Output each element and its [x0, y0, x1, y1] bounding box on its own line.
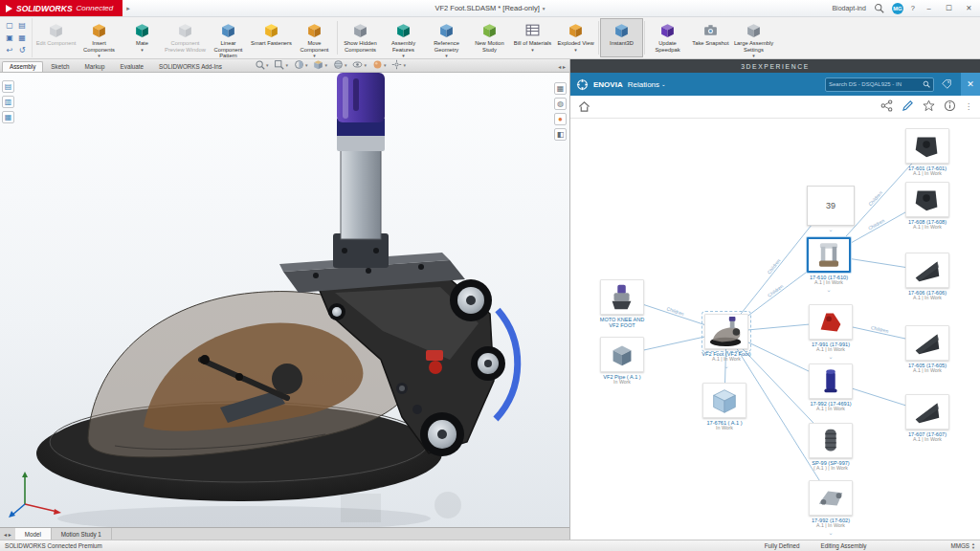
panel-collapse-arrows[interactable]: ◂ ▸ [554, 63, 569, 72]
tab-assembly[interactable]: Assembly [2, 61, 43, 72]
rebuild-icon[interactable]: ↺ [16, 45, 28, 56]
node-thumbnail[interactable] [809, 304, 853, 340]
ribbon-button-large-assembly-settings[interactable]: Large Assembly Settings▾ [732, 18, 775, 57]
dropdown-arrow-icon[interactable]: ▾ [445, 54, 448, 58]
zoom-fit-icon[interactable]: ▾ [255, 59, 269, 70]
expand-chevron-icon[interactable]: ⌄ [803, 530, 858, 537]
dropdown-arrow-icon[interactable]: ▾ [752, 54, 755, 58]
graph-node-n17-6761[interactable]: 17-6761 ( A.1 )In Work [697, 383, 752, 431]
new-file-icon[interactable]: ▢ [4, 20, 15, 32]
ribbon-button-move-component[interactable]: Move Component▾ [293, 18, 336, 57]
node-thumbnail[interactable] [807, 237, 851, 273]
ribbon-button-show-hidden-components[interactable]: Show Hidden Components [339, 18, 382, 57]
graph-node-r17-606[interactable]: 17-606 (17-606)A.1 | In Work [900, 253, 955, 301]
collapsed-count[interactable]: 39 [807, 186, 855, 226]
graphics-viewport[interactable]: ▦◍●◧ ▤▥▦ [0, 73, 569, 527]
help-button[interactable]: ? [911, 4, 915, 12]
ribbon-button-instant3d[interactable]: Instant3D [600, 18, 643, 57]
minimize-button[interactable]: – [923, 4, 935, 12]
home-icon[interactable] [578, 100, 590, 113]
tab-solidworks-add-ins[interactable]: SOLIDWORKS Add-Ins [151, 61, 230, 72]
node-thumbnail[interactable] [809, 423, 853, 458]
ribbon-button-new-motion-study[interactable]: New Motion Study [468, 18, 511, 57]
node-title[interactable]: MOTO KNEE AND VF2 FOOT [594, 317, 650, 329]
info-icon[interactable] [944, 99, 956, 116]
ribbon-button-linear-component-pattern[interactable]: Linear Component Pattern▾ [207, 18, 250, 57]
node-thumbnail[interactable] [905, 325, 949, 361]
ribbon-button-take-snapshot[interactable]: Take Snapshot [689, 18, 732, 57]
graph-node-vf2-pipe[interactable]: VF2 Pipe ( A.1 )In Work [594, 337, 650, 386]
node-thumbnail[interactable] [809, 364, 853, 399]
compass-icon[interactable] [576, 78, 589, 91]
dropdown-arrow-icon[interactable]: ▾ [402, 54, 405, 58]
display-pane-icon[interactable]: ▦ [554, 82, 567, 95]
account-name[interactable]: Biodapt-ind [832, 5, 865, 11]
graph-node-r17-605[interactable]: 17-605 (17-605)A.1 | In Work [900, 325, 955, 374]
expand-chevron-icon[interactable]: ⌄ [801, 287, 857, 294]
close-button[interactable]: ✕ [963, 4, 975, 12]
node-thumbnail[interactable] [905, 394, 949, 430]
graph-node-r17-607[interactable]: 17-607 (17-607)A.1 | In Work [900, 394, 955, 443]
node-thumbnail[interactable] [600, 279, 644, 315]
model-tab-motion-study-1[interactable]: Motion Study 1 [52, 528, 112, 540]
tab-evaluate[interactable]: Evaluate [113, 61, 152, 72]
model-tab-nav-arrows[interactable]: ◂ ▸ [0, 528, 15, 540]
graph-node-sp-99[interactable]: SP-99 (SP-997)( A.1 ) | In Work [803, 423, 858, 472]
graph-node-moto-knee[interactable]: MOTO KNEE AND VF2 FOOT [594, 279, 650, 329]
tab-markup[interactable]: Markup [78, 61, 113, 72]
share-icon[interactable] [880, 99, 893, 116]
panel-search[interactable] [825, 77, 934, 92]
node-thumbnail[interactable] [905, 253, 949, 288]
section-view-icon[interactable]: ▾ [294, 59, 308, 70]
undo-icon[interactable]: ↩ [4, 45, 15, 56]
ribbon-button-insert-components[interactable]: Insert Components▾ [78, 18, 121, 57]
node-thumbnail[interactable] [600, 337, 644, 372]
tag-button[interactable] [939, 79, 954, 89]
ribbon-button-assembly-features[interactable]: Assembly Features▾ [382, 18, 425, 57]
open-file-icon[interactable]: ▤ [16, 20, 28, 32]
graph-node-r17-608[interactable]: 17-608 (17-608)A.1 | In Work [900, 182, 955, 231]
panel-search-input[interactable] [829, 81, 921, 87]
scene-pane-icon[interactable]: ◧ [554, 128, 567, 141]
ribbon-button-bill-of-materials[interactable]: Bill of Materials▾ [511, 18, 554, 57]
node-thumbnail[interactable] [809, 480, 853, 516]
expand-chevron-icon[interactable]: ⌄ [803, 354, 858, 361]
expand-chevron-icon[interactable]: ⌄ [803, 227, 858, 233]
zoom-area-icon[interactable]: ▾ [274, 59, 288, 70]
star-icon[interactable] [923, 99, 935, 116]
dropdown-arrow-icon[interactable]: ▾ [98, 54, 100, 58]
save-icon[interactable]: ▣ [4, 33, 15, 44]
graph-node-r17-601[interactable]: 17-601 (17-601)A.1 | In Work [900, 128, 955, 177]
graph-node-n17-991[interactable]: 17-991 (17-991)A.1 | In Work⌄ [803, 304, 858, 361]
search-icon[interactable] [874, 3, 884, 13]
ribbon-button-mate[interactable]: Mate▾ [121, 18, 164, 57]
ribbon-button-reference-geometry[interactable]: Reference Geometry▾ [425, 18, 468, 57]
units-spinner[interactable]: ▲▼ [971, 542, 975, 550]
view-orientation-icon[interactable]: ▾ [313, 59, 327, 70]
tab-sketch[interactable]: Sketch [43, 61, 77, 72]
display-style-icon[interactable]: ▾ [333, 59, 347, 70]
expand-chevron-icon[interactable]: ⌄ [699, 364, 754, 370]
dropdown-arrow-icon[interactable]: ▾ [574, 48, 577, 53]
more-icon[interactable]: ⋮ [965, 102, 972, 111]
design-library-icon[interactable]: ▤ [2, 80, 14, 93]
user-avatar[interactable]: MG [892, 3, 903, 14]
ribbon-button-exploded-view[interactable]: Exploded View▾ [554, 18, 597, 57]
graph-node-vf2-foot[interactable]: VF2 Foot (VF2 Foot)A.1 | In Work⌄ [699, 314, 754, 370]
dropdown-arrow-icon[interactable]: ▾ [141, 48, 144, 53]
visibility-pane-icon[interactable]: ◍ [554, 98, 567, 110]
node-thumbnail[interactable] [905, 182, 949, 217]
panel-close-button[interactable]: ✕ [961, 73, 980, 96]
model-tab-model[interactable]: Model [15, 528, 52, 540]
maximize-button[interactable]: ☐ [943, 4, 955, 12]
graph-node-n17-992[interactable]: 17-992 (17-4691)A.1 | In Work [803, 364, 858, 412]
menu-expand-arrow[interactable]: ▸ [126, 5, 130, 12]
graph-node-n17-610[interactable]: 17-610 (17-610)A.1 | In Work⌄ [801, 237, 857, 294]
view-selector[interactable]: Relations⌄ [628, 80, 666, 89]
node-thumbnail[interactable] [702, 383, 746, 418]
node-thumbnail[interactable] [905, 128, 949, 164]
graph-node-n17-602[interactable]: 17-992 (17-602)A.1 | In Work⌄ [803, 480, 858, 537]
file-explorer-icon[interactable]: ▥ [2, 96, 14, 108]
hide-items-icon[interactable]: ▾ [352, 59, 367, 70]
appearance-pane-icon[interactable]: ● [554, 113, 567, 125]
